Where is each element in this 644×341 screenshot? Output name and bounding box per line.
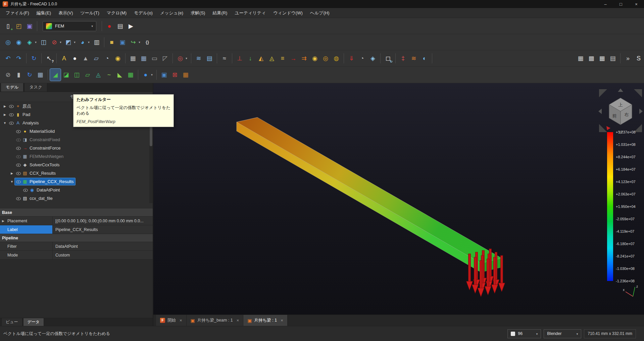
create-part-button[interactable]: ■ (106, 36, 117, 48)
mesh-display-nodes-button[interactable]: ▦ (597, 52, 607, 64)
zoom-selection-button[interactable]: ◉ (13, 36, 24, 48)
tree-item-fem-mesh-netgen[interactable]: ▦FEMMeshNetgen (0, 152, 149, 161)
3d-viewport[interactable]: 上 前 右 +1.237e+08+1.031e+08+8.244e+07+6.1… (153, 83, 644, 315)
tab-データ[interactable]: データ (23, 318, 44, 326)
document-tab-開始[interactable]: F開始× (156, 315, 187, 326)
tab-タスク[interactable]: タスク (24, 83, 47, 92)
pipeline-from-result-button[interactable]: ▦ (125, 69, 136, 81)
property-name-Mode[interactable]: Mode (0, 251, 53, 259)
view-align-button[interactable]: ◫ (38, 36, 49, 48)
view-appearance-button[interactable]: ◩ (63, 36, 74, 48)
open-document-button[interactable]: ◰ (13, 20, 24, 32)
mesh-region-button[interactable]: ▭ (149, 52, 160, 64)
constraint-spring-button[interactable]: ≡ (277, 52, 288, 64)
navigation-cube[interactable]: 上 前 右 (597, 87, 644, 134)
expander-icon[interactable]: ▶ (2, 105, 8, 108)
contours-filter-button[interactable]: ◬ (93, 69, 104, 81)
menu-ヘルプ(H)[interactable]: ヘルプ(H) (306, 8, 333, 18)
property-value-Placement[interactable]: [(0.00 0.00 1.00); 0.00;(0.00 mm 0.00 mm… (53, 217, 153, 225)
constraint-bearing-button[interactable]: ◉ (309, 52, 320, 64)
make-link-button[interactable]: ↪ (128, 36, 139, 48)
visibility-eye-icon[interactable] (16, 179, 21, 184)
property-name-Placement[interactable]: ▶Placement (0, 217, 53, 225)
new-document-button[interactable]: ▯+ (3, 20, 13, 32)
colored-mesh-button[interactable]: ▦ (180, 69, 191, 81)
post-functions-button[interactable]: ● (140, 69, 151, 81)
navcube-corner-icon[interactable] (634, 89, 642, 97)
tree-item-constraint-fixed[interactable]: ◨ConstraintFixed (0, 135, 149, 144)
expander-icon[interactable]: ▼ (2, 121, 8, 125)
visibility-eye-icon[interactable] (16, 171, 21, 175)
expander-icon[interactable]: ▼ (9, 180, 15, 183)
workbench-selector[interactable]: FEM ▾ (43, 21, 96, 31)
constraint-force-button[interactable]: → (288, 52, 299, 64)
navcube-up-arrow-icon[interactable] (618, 89, 623, 92)
constraint-tie-button[interactable]: ◬ (266, 52, 277, 64)
macro-execute-button[interactable]: ▶ (126, 20, 136, 32)
menu-モデル(o)[interactable]: モデル(o) (130, 8, 156, 18)
clip-filter-button[interactable]: ◪ (61, 69, 71, 81)
scalar-clip-filter-button[interactable]: ◫ (71, 69, 82, 81)
delete-results-button[interactable]: ⊠ (169, 69, 180, 81)
constraint-generic-button[interactable]: ◈ (367, 52, 378, 64)
constraint-gear-button[interactable]: ◎ (320, 52, 331, 64)
warp-filter-button[interactable]: ◢ (50, 69, 61, 81)
menu-ユーティリティ[interactable]: ユーティリティ (231, 8, 269, 18)
constraint-contact-button[interactable]: ◭ (256, 52, 266, 64)
tree-item-ccx-dat-file[interactable]: ▤ccx_dat_file (0, 194, 149, 203)
menu-ツール(T)[interactable]: ツール(T) (77, 8, 103, 18)
std-views-button[interactable]: S (633, 52, 644, 64)
document-tab-片持ち梁 : 1[interactable]: ▣片持ち梁 : 1× (243, 315, 288, 326)
menu-表示(V)[interactable]: 表示(V) (55, 8, 77, 18)
tree-item-pipeline-ccx-results[interactable]: ▼▦Pipeline_CCX_Results (0, 177, 149, 186)
property-name-Label[interactable]: Label (0, 225, 53, 234)
tab-ビュー[interactable]: ビュー (1, 318, 22, 326)
menu-求解(S)[interactable]: 求解(S) (187, 8, 209, 18)
post-data-table-button[interactable]: ▦ (35, 69, 46, 81)
material-fluid-button[interactable]: ▲ (80, 52, 91, 64)
post-sphere-cut-button[interactable]: ⊘ (3, 69, 13, 81)
constraint-heatflux-button[interactable]: ≋ (408, 52, 419, 64)
navcube-corner-icon[interactable] (599, 89, 607, 97)
whats-this-button[interactable]: ↖? (44, 52, 54, 64)
visibility-eye-icon[interactable] (16, 129, 21, 133)
cut-function-filter-button[interactable]: ▱ (82, 69, 93, 81)
visibility-eye-icon[interactable] (16, 196, 21, 201)
element-shell-thickness-button[interactable]: ▤ (204, 52, 215, 64)
element-geometry-button[interactable]: ▱ (91, 52, 102, 64)
glyph-filter-button[interactable]: ▣ (159, 69, 169, 81)
legend-color-bar[interactable] (607, 132, 613, 281)
material-editor-button[interactable]: ◉ (112, 52, 123, 64)
constraint-initial-temperature-button[interactable]: ◐ (419, 52, 430, 64)
constraint-temperature-button[interactable]: ‡ (398, 52, 408, 64)
constraint-flow-velocity-button[interactable]: ≈ (219, 52, 230, 64)
navcube-right-arrow-icon[interactable] (639, 109, 643, 114)
mesh-display-faces-button[interactable]: ▦ (575, 52, 586, 64)
save-document-button[interactable]: ▣ (24, 20, 35, 32)
tree-item-ccx-results[interactable]: ▶▤CCX_Results (0, 169, 149, 177)
macro-record-button[interactable]: ● (104, 20, 115, 32)
menu-ファイル(F)[interactable]: ファイル(F) (2, 8, 33, 18)
tree-item-material-solid[interactable]: ●MaterialSolid (0, 127, 149, 135)
macro-dialog-button[interactable]: ▤ (115, 20, 126, 32)
property-name-Filter[interactable]: Filter (0, 242, 53, 250)
visibility-eye-icon[interactable] (16, 154, 21, 159)
expression-editor-button[interactable]: {} (142, 36, 153, 48)
constraint-fixed-button[interactable]: ⊥ (234, 52, 245, 64)
menu-結果(R)[interactable]: 結果(R) (209, 8, 231, 18)
linearized-stresses-button[interactable]: ◣ (114, 69, 125, 81)
create-analysis-button[interactable]: A (59, 52, 69, 64)
property-group-Pipeline[interactable]: Pipeline (0, 234, 153, 242)
mesh-gmsh-button[interactable]: ▦ (138, 52, 149, 64)
visibility-eye-icon[interactable] (23, 188, 28, 192)
display-scale-selector[interactable]: 96 (507, 329, 541, 338)
tree-item-data-at-point[interactable]: ◉DataAtPoint (0, 186, 149, 194)
post-cylinder-cut-button[interactable]: ▮ (13, 69, 24, 81)
constraint-centrifugal-button[interactable]: ◔ (357, 52, 367, 64)
zoom-fit-all-button[interactable]: ◎ (3, 36, 13, 48)
visibility-eye-icon[interactable] (9, 112, 14, 117)
result-beam-mesh[interactable] (237, 117, 502, 272)
constraint-pressure-button[interactable]: ⇉ (299, 52, 309, 64)
expander-icon[interactable]: ▶ (9, 172, 15, 175)
tab-モデル[interactable]: モデル (1, 83, 23, 92)
